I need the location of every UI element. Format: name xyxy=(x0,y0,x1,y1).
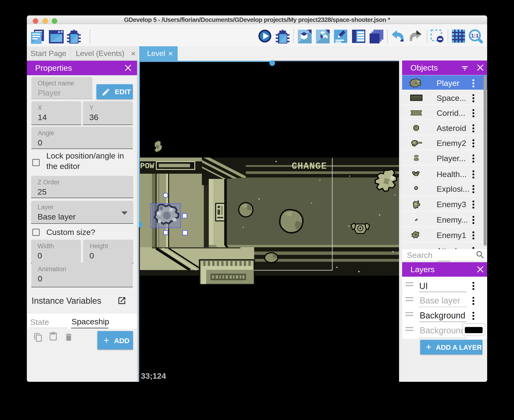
svg-text:POW: POW xyxy=(140,162,154,171)
svg-text:1:1: 1:1 xyxy=(471,33,479,39)
svg-text:CHANGE: CHANGE xyxy=(292,161,327,171)
svg-text:33;124: 33;124 xyxy=(141,371,166,380)
